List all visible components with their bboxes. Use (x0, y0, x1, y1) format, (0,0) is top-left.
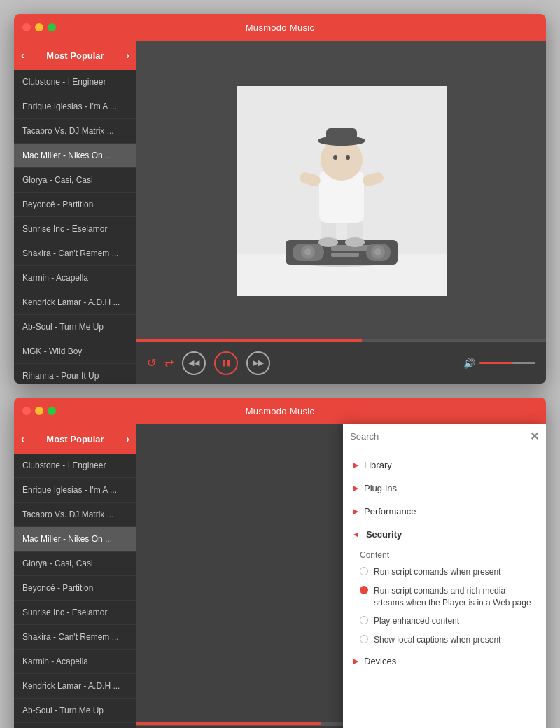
checkbox-run-script[interactable] (360, 567, 368, 575)
maximize-dot[interactable] (48, 23, 56, 31)
checkbox-run-rich[interactable] (360, 586, 368, 594)
checkbox-captions-label: Show local captions when present (374, 634, 500, 646)
window-controls (22, 23, 56, 31)
progress-fill-2 (136, 722, 321, 725)
settings-list: ▶ Library ▶ Plug-ins ▶ Performance ▼ Sec… (343, 449, 546, 728)
sidebar-prev-arrow[interactable]: ‹ (21, 50, 24, 61)
sidebar-header-title-2: Most Popular (46, 434, 104, 444)
settings-search-bar: ✕ (343, 424, 546, 449)
playlist-item-5[interactable]: Glorya - Casi, Casi (14, 168, 136, 192)
playlist-item-5[interactable]: Glorya - Casi, Casi (14, 552, 136, 576)
progress-bar-1[interactable] (136, 339, 546, 342)
playlist-1: Clubstone - I EngineerEnrique Iglesias -… (14, 70, 136, 384)
window-2: Musmodo Music ‹ Most Popular › Clubstone… (14, 398, 546, 728)
sidebar-2: ‹ Most Popular › Clubstone - I EngineerE… (14, 424, 136, 728)
playlist-item-6[interactable]: Beyoncé - Partition (14, 576, 136, 601)
settings-search-input[interactable] (350, 431, 524, 442)
settings-label-plugins: Plug-ins (364, 483, 397, 493)
checkbox-run-rich-label: Run script comands and rich media srteam… (374, 585, 536, 609)
playlist-item-10[interactable]: Kendrick Lamar - A.D.H ... (14, 674, 136, 699)
arrow-icon-performance: ▶ (353, 507, 358, 516)
svg-point-11 (374, 248, 382, 255)
title-bar-1: Musmodo Music (14, 14, 546, 41)
playlist-item-7[interactable]: Sunrise Inc - Eselamor (14, 217, 136, 241)
checkbox-run-script-label: Run script comands when present (374, 566, 500, 578)
volume-icon-1: 🔊 (463, 358, 475, 369)
playlist-item-3[interactable]: Tacabro Vs. DJ Matrix ... (14, 503, 136, 527)
arrow-icon-devices: ▶ (353, 657, 358, 666)
playlist-item-10[interactable]: Kendrick Lamar - A.D.H ... (14, 290, 136, 315)
settings-checkbox-run-rich[interactable]: Run script comands and rich media srteam… (343, 582, 546, 612)
sidebar-header-1: ‹ Most Popular › (14, 41, 136, 70)
settings-checkbox-captions[interactable]: Show local captions when present (343, 631, 546, 650)
settings-checkbox-enhanced[interactable]: Play enhanced content (343, 612, 546, 631)
svg-rect-21 (326, 128, 357, 144)
settings-close-button[interactable]: ✕ (530, 430, 539, 443)
playlist-item-8[interactable]: Shakira - Can't Remem ... (14, 625, 136, 650)
volume-bar-1[interactable] (479, 362, 536, 364)
playlist-item-12[interactable]: MGK - Wild Boy (14, 340, 136, 364)
close-dot[interactable] (22, 23, 31, 31)
checkbox-captions[interactable] (360, 635, 368, 643)
playlist-item-3[interactable]: Tacabro Vs. DJ Matrix ... (14, 119, 136, 144)
settings-item-performance[interactable]: ▶ Performance (343, 500, 546, 523)
close-dot-2[interactable] (22, 407, 31, 415)
playlist-item-9[interactable]: Karmin - Acapella (14, 266, 136, 290)
svg-point-22 (333, 155, 337, 160)
playlist-item-13[interactable]: Rihanna - Pour It Up (14, 364, 136, 384)
settings-label-library: Library (364, 460, 392, 470)
settings-checkbox-run-script[interactable]: Run script comands when present (343, 563, 546, 582)
playlist-item-12[interactable]: MGK - Wild Boy (14, 723, 136, 728)
shuffle-icon[interactable]: ⇄ (164, 356, 174, 370)
progress-fill-1 (136, 339, 362, 342)
playlist-item-4[interactable]: Mac Miller - Nikes On ... (14, 527, 136, 552)
playlist-item-1[interactable]: Clubstone - I Engineer (14, 454, 136, 478)
volume-control-1: 🔊 (463, 358, 536, 369)
sidebar-next-arrow[interactable]: › (126, 50, 130, 61)
content-area-1 (136, 41, 546, 342)
settings-security-sub-header: Content (343, 546, 546, 563)
playlist-item-2[interactable]: Enrique Iglesias - I'm A ... (14, 478, 136, 503)
playlist-item-1[interactable]: Clubstone - I Engineer (14, 70, 136, 94)
arrow-icon-library: ▶ (353, 461, 358, 470)
sidebar-prev-arrow-2[interactable]: ‹ (21, 433, 24, 444)
playlist-item-4[interactable]: Mac Miller - Nikes On ... (14, 144, 136, 168)
volume-fill-1 (479, 362, 513, 364)
settings-item-devices[interactable]: ▶ Devices (343, 650, 546, 673)
playlist-2: Clubstone - I EngineerEnrique Iglesias -… (14, 454, 136, 728)
svg-point-14 (318, 237, 338, 247)
settings-label-performance: Performance (364, 506, 416, 517)
settings-item-plugins[interactable]: ▶ Plug-ins (343, 477, 546, 500)
maximize-dot-2[interactable] (48, 407, 56, 415)
playlist-item-11[interactable]: Ab-Soul - Turn Me Up (14, 699, 136, 723)
playlist-item-11[interactable]: Ab-Soul - Turn Me Up (14, 315, 136, 340)
checkbox-enhanced[interactable] (360, 616, 368, 624)
app-body-2: ‹ Most Popular › Clubstone - I EngineerE… (14, 424, 546, 728)
settings-item-security[interactable]: ▼ Security (343, 523, 546, 546)
svg-point-24 (330, 163, 341, 170)
settings-item-library[interactable]: ▶ Library (343, 454, 546, 477)
svg-rect-8 (331, 253, 359, 257)
app-body-1: ‹ Most Popular › Clubstone - I EngineerE… (14, 41, 546, 384)
main-content-1: ≡ (136, 41, 546, 384)
sidebar-header-2: ‹ Most Popular › (14, 424, 136, 454)
minimize-dot-2[interactable] (35, 407, 43, 415)
settings-panel: ✕ ▶ Library ▶ Plug-ins ▶ Performance ▼ S… (343, 424, 546, 728)
playlist-item-9[interactable]: Karmin - Acapella (14, 650, 136, 674)
repeat-icon[interactable]: ↺ (147, 356, 156, 370)
arrow-icon-plugins: ▶ (353, 484, 358, 493)
checkbox-enhanced-label: Play enhanced content (374, 615, 459, 627)
sidebar-next-arrow-2[interactable]: › (126, 433, 130, 444)
playlist-item-8[interactable]: Shakira - Can't Remem ... (14, 241, 136, 266)
app-title-2: Musmodo Music (246, 406, 315, 416)
window-controls-2 (22, 407, 56, 415)
next-button[interactable]: ▶▶ (246, 351, 270, 375)
prev-button[interactable]: ◀◀ (182, 351, 206, 375)
title-bar-2: Musmodo Music (14, 398, 546, 424)
playlist-item-6[interactable]: Beyoncé - Partition (14, 192, 136, 217)
play-pause-button[interactable]: ▮▮ (214, 351, 238, 375)
playlist-item-2[interactable]: Enrique Iglesias - I'm A ... (14, 94, 136, 119)
minimize-dot[interactable] (35, 23, 43, 31)
playlist-item-7[interactable]: Sunrise Inc - Eselamor (14, 601, 136, 625)
svg-point-23 (346, 155, 350, 160)
